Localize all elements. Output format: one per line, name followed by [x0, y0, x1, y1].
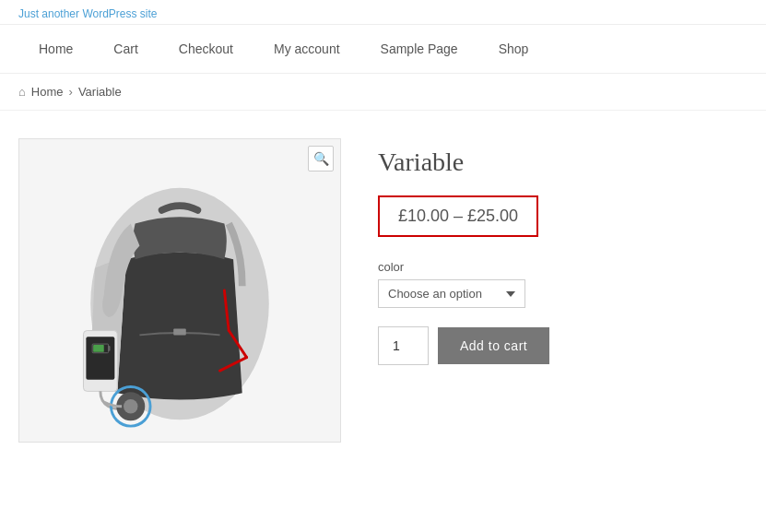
svg-point-8 — [124, 399, 137, 413]
quantity-input[interactable] — [378, 326, 429, 365]
nav-checkout[interactable]: Checkout — [159, 25, 253, 73]
breadcrumb-home-link[interactable]: Home — [31, 85, 64, 99]
svg-rect-2 — [86, 337, 114, 379]
nav-shop[interactable]: Shop — [478, 25, 549, 73]
breadcrumb-current: Variable — [78, 85, 122, 99]
svg-rect-4 — [93, 345, 104, 352]
svg-rect-5 — [109, 346, 111, 351]
add-to-cart-row: Add to cart — [378, 326, 747, 365]
color-select[interactable]: Choose an option Red Blue Green — [378, 279, 525, 308]
zoom-icon[interactable]: 🔍 — [308, 146, 334, 171]
product-title: Variable — [378, 148, 747, 177]
product-page: 🔍 Variable £10.00 – £25.00 color Choose … — [0, 111, 765, 470]
home-icon: ⌂ — [18, 85, 26, 99]
nav-home[interactable]: Home — [18, 25, 93, 73]
product-image-container: 🔍 — [18, 138, 341, 443]
price-range: £10.00 – £25.00 — [378, 195, 538, 237]
product-details: Variable £10.00 – £25.00 color Choose an… — [378, 138, 747, 443]
svg-rect-12 — [173, 329, 186, 336]
site-tagline: Just another WordPress site — [0, 0, 766, 24]
breadcrumb-separator: › — [69, 85, 73, 99]
product-image — [18, 138, 341, 443]
variation-label: color — [378, 260, 747, 274]
nav-sample-page[interactable]: Sample Page — [360, 25, 478, 73]
breadcrumb: ⌂ Home › Variable — [0, 74, 766, 111]
add-to-cart-button[interactable]: Add to cart — [438, 327, 549, 364]
main-nav: Home Cart Checkout My account Sample Pag… — [0, 24, 766, 74]
nav-my-account[interactable]: My account — [253, 25, 360, 73]
nav-cart[interactable]: Cart — [93, 25, 158, 73]
variation-select-container: Choose an option Red Blue Green — [378, 279, 747, 308]
